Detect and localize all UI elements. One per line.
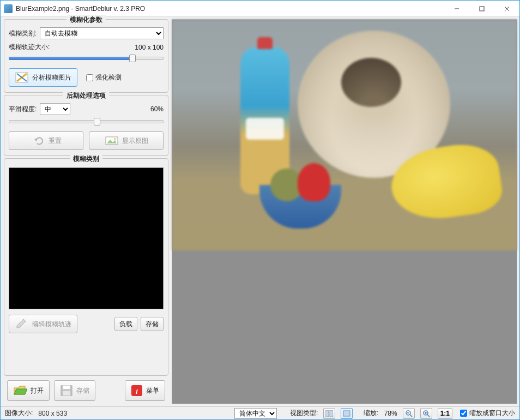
view-side-by-side-button[interactable] xyxy=(323,408,335,419)
svg-rect-18 xyxy=(343,411,350,416)
folder-open-icon xyxy=(13,385,27,397)
window-title: BlurExample2.png - SmartDeblur v. 2.3 PR… xyxy=(16,5,444,13)
kernel-legend: 模糊类别 xyxy=(70,154,102,164)
zoom-value: 78% xyxy=(384,410,397,417)
titlebar: BlurExample2.png - SmartDeblur v. 2.3 PR… xyxy=(1,1,519,17)
kernel-group: 模糊类别 编辑模糊轨迹 负载 存储 xyxy=(4,158,168,376)
svg-rect-1 xyxy=(480,7,484,11)
view-type-label: 视图类型: xyxy=(290,409,318,418)
blur-size-label: 模糊轨迹大小: xyxy=(9,43,50,52)
fit-window-label: 缩放成窗口大小 xyxy=(469,409,515,418)
edit-kernel-button[interactable]: 编辑模糊轨迹 xyxy=(9,315,77,333)
svg-point-9 xyxy=(114,138,116,140)
svg-rect-16 xyxy=(325,410,329,417)
zoom-out-button[interactable] xyxy=(403,408,415,419)
language-select[interactable]: 简体中文 xyxy=(234,408,277,419)
blur-size-value: 100 x 100 xyxy=(135,44,164,51)
aggressive-detection-label: 强化检测 xyxy=(95,73,122,82)
image-size-label: 图像大小: xyxy=(5,409,33,418)
maximize-button[interactable] xyxy=(469,1,494,17)
reset-button[interactable]: 重置 xyxy=(9,131,83,150)
svg-marker-10 xyxy=(17,319,26,328)
analyze-icon xyxy=(15,71,29,83)
blur-size-slider[interactable] xyxy=(9,54,164,63)
analyze-blur-button[interactable]: 分析模糊图片 xyxy=(9,68,77,87)
post-process-legend: 后期处理选项 xyxy=(63,91,109,100)
zoom-in-button[interactable] xyxy=(420,408,432,419)
save-button[interactable]: 存储 xyxy=(54,380,95,401)
svg-rect-12 xyxy=(63,386,70,389)
close-button[interactable] xyxy=(494,1,519,17)
fit-window-input[interactable] xyxy=(460,410,467,417)
sidebar: 模糊化参数 模糊类别: 自动去模糊 模糊轨迹大小: 100 x 100 xyxy=(1,17,172,406)
zoom-label: 缩放: xyxy=(364,409,378,418)
zoom-actual-label: 1:1 xyxy=(440,410,450,417)
smooth-percent: 60% xyxy=(150,105,164,113)
svg-line-23 xyxy=(427,415,430,417)
slider-thumb[interactable] xyxy=(129,55,136,62)
open-label: 打开 xyxy=(31,386,44,395)
menu-label: 菜单 xyxy=(146,386,159,395)
status-bar: 图像大小: 800 x 533 简体中文 视图类型: 缩放: 78% 1:1 缩… xyxy=(1,406,519,419)
analyze-blur-label: 分析模糊图片 xyxy=(32,73,71,82)
edit-kernel-label: 编辑模糊轨迹 xyxy=(32,320,71,329)
image-content xyxy=(172,20,517,250)
aggressive-detection-input[interactable] xyxy=(86,74,93,81)
reset-label: 重置 xyxy=(49,136,62,146)
image-size-value: 800 x 533 xyxy=(38,410,67,417)
blur-params-legend: 模糊化参数 xyxy=(66,15,106,25)
aggressive-detection-checkbox[interactable]: 强化检测 xyxy=(86,73,122,82)
image-icon xyxy=(105,135,119,147)
open-button[interactable]: 打开 xyxy=(7,380,50,401)
pencil-icon xyxy=(15,318,29,330)
svg-line-20 xyxy=(410,415,412,417)
save-label: 存储 xyxy=(76,386,89,395)
smooth-select[interactable]: 中 xyxy=(40,103,70,115)
kernel-preview xyxy=(9,167,164,309)
svg-rect-13 xyxy=(63,391,70,395)
menu-button[interactable]: i 菜单 xyxy=(125,380,165,401)
show-original-button[interactable]: 显示原图 xyxy=(89,131,164,150)
save-kernel-label: 存储 xyxy=(146,320,159,329)
blur-type-select[interactable]: 自动去模糊 xyxy=(40,27,164,39)
zoom-actual-button[interactable]: 1:1 xyxy=(438,408,452,419)
slider-thumb[interactable] xyxy=(94,118,100,125)
blur-params-group: 模糊化参数 模糊类别: 自动去模糊 模糊轨迹大小: 100 x 100 xyxy=(4,19,168,93)
sidebar-bottom-toolbar: 打开 存储 i 菜单 xyxy=(4,378,168,403)
blur-type-label: 模糊类别: xyxy=(9,29,37,38)
floppy-icon xyxy=(60,385,73,397)
save-kernel-button[interactable]: 存储 xyxy=(141,317,164,331)
undo-icon xyxy=(31,135,45,147)
show-original-label: 显示原图 xyxy=(122,136,148,146)
image-viewer[interactable] xyxy=(172,19,517,404)
smooth-label: 平滑程度: xyxy=(9,105,37,114)
fit-window-checkbox[interactable]: 缩放成窗口大小 xyxy=(460,409,515,418)
svg-rect-17 xyxy=(330,410,333,417)
smooth-slider[interactable] xyxy=(9,117,164,126)
app-icon xyxy=(4,4,13,13)
post-process-group: 后期处理选项 平滑程度: 中 60% 重置 xyxy=(4,95,168,156)
load-kernel-button[interactable]: 负载 xyxy=(114,317,137,331)
minimize-button[interactable] xyxy=(444,1,469,17)
view-single-button[interactable] xyxy=(341,408,353,419)
info-icon: i xyxy=(131,385,143,397)
slider-fill xyxy=(9,57,132,60)
load-kernel-label: 负载 xyxy=(119,320,132,329)
